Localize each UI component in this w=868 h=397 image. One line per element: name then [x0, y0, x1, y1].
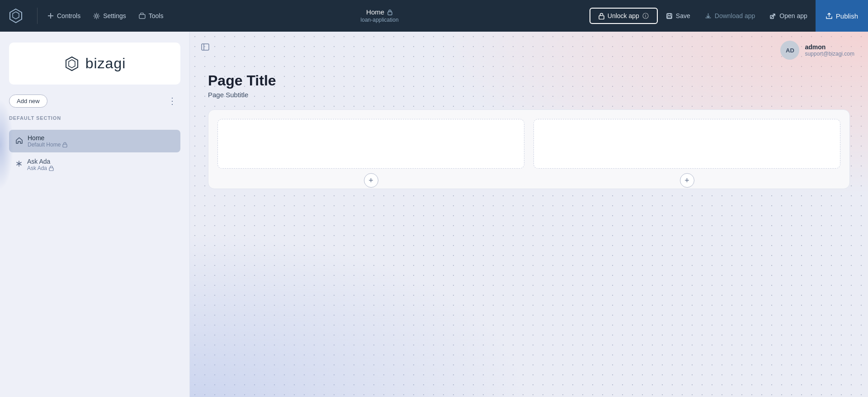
app-subtitle-text: loan-application	[361, 17, 399, 24]
publish-button[interactable]: Publish	[816, 0, 868, 32]
logo	[7, 7, 24, 24]
nav-item-askada-content: Ask Ada Ask Ada	[27, 158, 54, 171]
user-initials: AD	[786, 47, 794, 54]
info-icon	[642, 13, 649, 19]
tools-label: Tools	[149, 12, 164, 19]
nav-item-home-title: Home	[28, 134, 67, 142]
add-new-label: Add new	[17, 98, 40, 104]
widget-add-button-2[interactable]: +	[680, 173, 694, 188]
widget-outer-1: +	[217, 119, 524, 180]
publish-icon	[826, 12, 833, 19]
save-button[interactable]: Save	[660, 9, 697, 23]
svg-rect-9	[667, 16, 671, 18]
tools-icon	[139, 13, 146, 19]
page-title-area: Page Title Page Subtitle	[208, 72, 850, 99]
canvas-inner: Page Title Page Subtitle + +	[190, 72, 868, 207]
sidebar-actions: Add new ⋮	[9, 94, 180, 108]
more-options-icon[interactable]: ⋮	[164, 94, 180, 108]
asterisk-icon	[15, 160, 23, 169]
nav-divider-1	[37, 8, 38, 24]
download-app-button[interactable]: Download app	[698, 9, 762, 23]
nav-item-askada-sub: Ask Ada	[27, 165, 54, 171]
svg-rect-15	[49, 168, 53, 171]
external-link-icon	[769, 13, 776, 19]
page-subtitle: Page Subtitle	[208, 91, 850, 99]
controls-label: Controls	[57, 12, 80, 19]
nav-item-askada-title: Ask Ada	[27, 158, 54, 165]
svg-rect-5	[599, 15, 604, 19]
gear-icon	[93, 13, 100, 19]
settings-button[interactable]: Settings	[87, 9, 132, 23]
widget-column-2: +	[533, 119, 840, 180]
download-label: Download app	[715, 12, 755, 19]
plus-icon	[47, 13, 54, 19]
top-navigation: Controls Settings Tools Home loan-applic…	[0, 0, 868, 32]
sidebar: bizagi Add new ⋮ DEFAULT SECTION Home	[0, 32, 190, 397]
add-new-button[interactable]: Add new	[9, 95, 47, 108]
page-title: Page Title	[208, 72, 850, 89]
svg-rect-3	[139, 14, 145, 19]
nav-item-home-content: Home Default Home	[28, 134, 67, 148]
sidebar-item-home[interactable]: Home Default Home	[9, 130, 180, 152]
svg-rect-4	[388, 12, 392, 15]
widget-add-button-1[interactable]: +	[364, 173, 378, 188]
section-label: DEFAULT SECTION	[9, 115, 180, 121]
lock-icon-title	[387, 9, 393, 15]
nav-right-buttons: Unlock app Save Download app	[590, 0, 861, 32]
open-app-button[interactable]: Open app	[763, 9, 814, 23]
app-title-center: Home loan-application	[170, 8, 589, 24]
svg-rect-16	[202, 44, 209, 50]
open-label: Open app	[779, 12, 807, 19]
widget-column-1: +	[217, 119, 524, 180]
unlock-app-button[interactable]: Unlock app	[590, 8, 658, 24]
tools-button[interactable]: Tools	[132, 9, 170, 23]
save-icon	[666, 13, 673, 19]
sidebar-logo-text: bizagi	[85, 55, 126, 72]
widgets-container: + +	[208, 109, 850, 189]
svg-point-2	[95, 15, 98, 17]
canvas-area: AD admon support@bizagi.com Page Title P…	[190, 32, 868, 397]
home-icon	[15, 137, 23, 146]
sidebar-logo-card: bizagi	[9, 43, 180, 85]
lock-icon-home	[62, 142, 67, 147]
controls-button[interactable]: Controls	[41, 9, 87, 23]
nav-item-home-sub: Default Home	[28, 142, 67, 148]
sidebar-toggle-button[interactable]	[198, 40, 212, 54]
user-avatar: AD	[780, 41, 799, 60]
sidebar-item-ask-ada[interactable]: Ask Ada Ask Ada	[9, 153, 180, 176]
lock-icon-askada	[49, 165, 54, 171]
user-email: support@bizagi.com	[805, 51, 854, 57]
user-name: admon	[805, 43, 854, 51]
main-layout: bizagi Add new ⋮ DEFAULT SECTION Home	[0, 32, 868, 397]
bizagi-logo-icon	[7, 7, 24, 24]
widget-outer-2: +	[533, 119, 840, 180]
unlock-label: Unlock app	[608, 12, 639, 19]
settings-label: Settings	[103, 12, 126, 19]
svg-rect-11	[63, 144, 67, 147]
save-label: Save	[676, 12, 690, 19]
user-text-block: admon support@bizagi.com	[805, 43, 854, 57]
app-title-text: Home	[366, 8, 384, 17]
publish-label: Publish	[836, 12, 858, 20]
nav-items-list: Home Default Home	[9, 130, 180, 176]
user-info: AD admon support@bizagi.com	[780, 41, 854, 60]
download-icon	[705, 13, 712, 19]
bizagi-sidebar-logo-icon	[64, 56, 80, 72]
app-title-row: Home	[366, 8, 393, 17]
widget-box-2	[533, 119, 840, 169]
widget-box-1	[217, 119, 524, 169]
lock-icon-unlock	[599, 13, 604, 19]
